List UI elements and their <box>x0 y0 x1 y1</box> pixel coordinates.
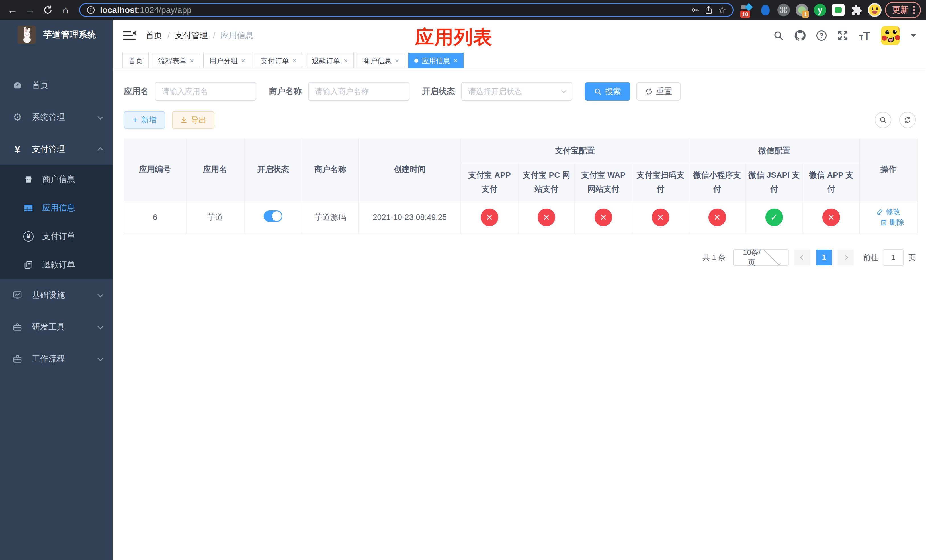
extension-balloon-icon[interactable] <box>758 3 773 17</box>
browser-back-button[interactable]: ← <box>5 3 20 17</box>
help-icon[interactable]: ? <box>816 30 827 41</box>
avatar-caret-icon[interactable] <box>911 34 916 40</box>
extension-command-icon[interactable]: ⌘ <box>776 3 791 17</box>
extension-chat-icon[interactable] <box>831 3 846 17</box>
sidebar-item-infra[interactable]: 基础设施 <box>0 279 113 311</box>
font-size-icon[interactable]: TT <box>859 30 870 41</box>
sidebar-item-merchant-info[interactable]: 商户信息 <box>0 165 113 194</box>
sidebar-logo[interactable]: 芋道管理系统 <box>0 20 113 50</box>
close-tab-icon[interactable]: × <box>454 57 458 64</box>
extension-grid-icon[interactable]: 10 <box>740 3 755 17</box>
yen-icon: ¥ <box>12 144 23 154</box>
next-page-button[interactable] <box>838 250 854 265</box>
sidebar-item-pay[interactable]: ¥ 支付管理 <box>0 133 113 165</box>
tab-user-group[interactable]: 用户分组× <box>203 53 251 68</box>
page-size-select[interactable]: 10条/页 <box>733 249 789 266</box>
breadcrumb-separator: / <box>213 31 215 41</box>
password-key-icon[interactable] <box>690 5 700 15</box>
search-button[interactable]: 搜索 <box>585 82 630 101</box>
tab-label: 商户信息 <box>363 56 392 65</box>
bookmark-star-icon[interactable]: ☆ <box>718 5 726 15</box>
sidebar-item-refund-order[interactable]: 退款订单 <box>0 251 113 279</box>
search-button-label: 搜索 <box>605 86 621 97</box>
sidebar-item-workflow[interactable]: 工作流程 <box>0 343 113 375</box>
delete-link[interactable]: 删除 <box>880 217 904 227</box>
channel-status-icon <box>822 209 840 226</box>
browser-menu-kebab-icon[interactable] <box>913 6 915 14</box>
app-enabled-toggle[interactable] <box>264 210 283 222</box>
toggle-search-button[interactable] <box>875 112 891 128</box>
sidebar-item-dev-tools[interactable]: 研发工具 <box>0 311 113 343</box>
url-text[interactable]: localhost:1024/pay/app <box>100 5 686 15</box>
tab-home[interactable]: 首页 <box>123 53 149 68</box>
fullscreen-icon[interactable] <box>837 30 848 41</box>
chevron-left-icon <box>800 255 805 260</box>
close-tab-icon[interactable]: × <box>395 57 399 64</box>
col-actions: 操作 <box>859 138 917 201</box>
close-tab-icon[interactable]: × <box>241 57 245 64</box>
page-number-button[interactable]: 1 <box>816 250 832 265</box>
breadcrumb-home[interactable]: 首页 <box>146 30 162 41</box>
user-avatar[interactable] <box>881 26 900 45</box>
channel-status-icon <box>595 209 612 226</box>
sidebar-item-app-info[interactable]: 应用信息 <box>0 194 113 222</box>
chevron-down-icon <box>97 355 103 361</box>
address-bar[interactable]: localhost:1024/pay/app ☆ <box>79 3 734 17</box>
browser-profile-avatar[interactable] <box>867 3 882 17</box>
close-tab-icon[interactable]: × <box>190 57 194 64</box>
channel-status-icon <box>708 209 726 226</box>
breadcrumb-pay[interactable]: 支付管理 <box>175 30 208 41</box>
browser-forward-button[interactable]: → <box>23 3 38 17</box>
channel-status-icon <box>652 209 669 226</box>
site-info-icon[interactable] <box>86 5 95 15</box>
channel-status-icon <box>766 209 783 226</box>
tab-label: 退款订单 <box>312 56 340 65</box>
pagination-total: 共 1 条 <box>702 253 726 263</box>
col-alipay-wap: 支付宝 WAP 网站支付 <box>575 163 632 201</box>
tab-label: 流程表单 <box>158 56 186 65</box>
browser-reload-button[interactable] <box>41 3 55 17</box>
tab-app-info[interactable]: 应用信息× <box>409 53 464 68</box>
trash-icon <box>880 219 887 226</box>
tab-pay-order[interactable]: 支付订单× <box>254 53 303 68</box>
refresh-table-button[interactable] <box>899 112 916 128</box>
search-icon <box>879 116 887 124</box>
sidebar-item-pay-order[interactable]: ¥ 支付订单 <box>0 222 113 251</box>
status-select[interactable]: 请选择开启状态 <box>461 82 572 101</box>
extensions-puzzle-icon[interactable] <box>849 3 864 17</box>
github-icon[interactable] <box>795 30 805 41</box>
search-icon[interactable] <box>773 30 784 41</box>
export-button-label: 导出 <box>191 115 206 125</box>
extension-y-icon[interactable]: y <box>813 3 828 17</box>
sidebar-item-home[interactable]: 首页 <box>0 70 113 101</box>
sidebar-collapse-icon[interactable] <box>123 30 136 41</box>
top-navbar: 首页 / 支付管理 / 应用信息 ? <box>113 20 926 51</box>
sidebar-item-label: 工作流程 <box>32 353 65 365</box>
browser-home-button[interactable]: ⌂ <box>58 3 73 17</box>
page-content: 应用名 商户名称 开启状态 请选择开启状态 <box>113 70 926 560</box>
sidebar-item-system[interactable]: ⚙ 系统管理 <box>0 101 113 133</box>
merchant-name-label: 商户名称 <box>269 86 302 97</box>
edit-link[interactable]: 修改 <box>876 207 901 217</box>
filter-form: 应用名 商户名称 开启状态 请选择开启状态 <box>124 82 916 101</box>
tab-process-form[interactable]: 流程表单× <box>152 53 200 68</box>
url-host: localhost <box>100 5 138 15</box>
goto-page-input[interactable] <box>883 249 904 266</box>
prev-page-button[interactable] <box>794 250 810 265</box>
add-button[interactable]: + 新增 <box>124 111 165 129</box>
cell-created: 2021-10-23 08:49:25 <box>359 201 461 234</box>
browser-update-button[interactable]: 更新 <box>885 2 921 18</box>
share-icon[interactable] <box>704 5 713 15</box>
tab-merchant-info[interactable]: 商户信息× <box>357 53 405 68</box>
col-status: 开启状态 <box>244 138 302 201</box>
app-name-input[interactable] <box>155 82 256 101</box>
close-tab-icon[interactable]: × <box>292 57 297 64</box>
close-tab-icon[interactable]: × <box>344 57 348 64</box>
export-button[interactable]: 导出 <box>172 111 215 129</box>
url-path: :1024/pay/app <box>138 5 192 15</box>
reset-button[interactable]: 重置 <box>636 82 681 101</box>
merchant-name-input[interactable] <box>308 82 410 101</box>
tab-refund-order[interactable]: 退款订单× <box>306 53 354 68</box>
chevron-down-icon <box>97 291 103 297</box>
extension-target-icon[interactable]: 1 <box>794 3 809 17</box>
